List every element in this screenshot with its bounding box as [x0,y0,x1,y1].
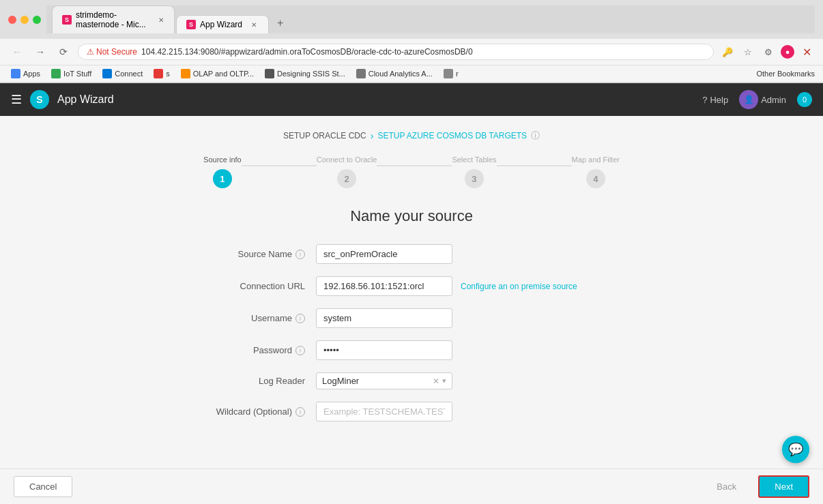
step-number-1: 1 [220,174,225,184]
breadcrumb-step1: SETUP ORACLE CDC [283,131,366,140]
step-map-filter: Map and Filter 4 [572,155,620,188]
log-reader-select[interactable]: LogMiner ✕ ▾ [316,372,452,389]
maximize-window-button[interactable] [33,16,41,24]
tab-label-appwizard: App Wizard [200,20,242,29]
warning-icon: ⚠ [87,47,94,57]
bookmark-icon [11,69,20,78]
step-circle-4: 4 [586,169,605,188]
help-label: Help [710,95,728,105]
admin-button[interactable]: 👤 Admin [739,90,786,109]
new-tab-button[interactable]: + [270,13,290,33]
breadcrumb: SETUP ORACLE CDC › SETUP AZURE COSMOS DB… [14,130,809,142]
bookmark-iot[interactable]: IoT Stuff [48,68,94,80]
username-label: Username i [207,313,316,323]
tab-close-strimdemo[interactable]: ✕ [158,15,165,25]
back-button[interactable]: Back [702,477,751,496]
forward-nav-button[interactable]: → [31,43,49,61]
bookmark-connect[interactable]: Connect [100,68,145,80]
log-reader-value: LogMiner [322,376,430,386]
connection-url-input[interactable] [316,276,452,296]
wildcard-label: Wildcard (Optional) i [207,406,316,417]
wildcard-row: Wildcard (Optional) i [207,402,616,421]
breadcrumb-arrow: › [371,130,374,141]
chat-icon: 💬 [788,442,803,457]
breadcrumb-info-icon[interactable]: ⓘ [531,130,540,142]
step-select-tables: Select Tables 3 [452,155,496,188]
help-button[interactable]: ? Help [702,95,728,105]
reload-button[interactable]: ⟳ [55,43,72,61]
form-container: Name your source Source Name i Connectio… [207,207,616,421]
log-reader-clear-icon[interactable]: ✕ [433,376,439,386]
app-logo: S [30,90,49,109]
bookmark-icon [102,69,112,78]
main-content: SETUP ORACLE CDC › SETUP AZURE COSMOS DB… [0,116,823,469]
username-input[interactable] [316,308,452,328]
admin-label: Admin [761,95,786,105]
bookmark-s[interactable]: s [151,68,173,80]
step-line-3 [497,165,572,166]
chat-bubble-button[interactable]: 💬 [782,436,809,463]
form-title: Name your source [207,207,616,225]
step-label-1: Source info [203,155,242,164]
not-secure-label: Not Secure [96,47,137,57]
notification-badge[interactable]: 0 [797,92,812,107]
bookmark-icon [154,69,163,78]
step-circle-2: 2 [337,169,356,188]
tab-strimdemo[interactable]: S strimdemo-masternode - Mic... ✕ [52,5,175,33]
help-icon: ? [702,95,707,105]
source-name-label: Source Name i [207,249,316,259]
address-bar[interactable]: ⚠ Not Secure 104.42.215.134:9080/#appwiz… [78,44,714,60]
bookmark-label: OLAP and OLTP... [193,70,254,78]
log-reader-dropdown-icon[interactable]: ▾ [442,376,446,385]
tab-appwizard[interactable]: S App Wizard ✕ [176,15,269,33]
close-icon[interactable]: ✕ [798,44,815,60]
wildcard-info-icon[interactable]: i [295,407,305,417]
bookmark-icon [356,69,366,78]
close-window-button[interactable] [8,16,16,24]
wildcard-input[interactable] [316,402,452,421]
bookmark-label: r [456,70,459,78]
back-nav-button[interactable]: ← [8,43,26,61]
tab-label-strimdemo: strimdemo-masternode - Mic... [76,10,151,29]
bookmark-icon [265,69,274,78]
step-line-2 [377,165,452,166]
address-text: 104.42.215.134:9080/#appwizard/admin.ora… [141,47,705,57]
username-row: Username i [207,308,616,328]
browser-menu-icon[interactable]: ● [781,45,794,59]
source-name-input[interactable] [316,244,452,264]
tab-favicon-strimdemo: S [62,15,72,25]
bookmark-label: s [166,70,170,78]
password-input[interactable] [316,340,452,360]
step-line-1 [242,165,317,166]
tab-close-appwizard[interactable]: ✕ [249,20,259,29]
bookmark-ssis[interactable]: Designing SSIS St... [262,68,348,80]
key-icon[interactable]: 🔑 [719,44,736,60]
password-info-icon[interactable]: i [295,346,305,355]
cancel-button[interactable]: Cancel [14,476,72,497]
breadcrumb-step2: SETUP AZURE COSMOS DB TARGETS [377,131,527,140]
password-label: Password i [207,345,316,355]
bookmark-olap[interactable]: OLAP and OLTP... [178,68,257,80]
hamburger-menu-button[interactable]: ☰ [11,92,22,107]
app-title: App Wizard [57,93,114,106]
connection-url-label: Connection URL [207,281,316,291]
extensions-icon[interactable]: ⚙ [760,44,777,60]
bookmark-apps[interactable]: Apps [8,68,43,80]
not-secure-indicator: ⚠ Not Secure [87,47,137,57]
configure-on-premise-link[interactable]: Configure an on premise source [461,282,577,291]
username-info-icon[interactable]: i [295,314,305,323]
minimize-window-button[interactable] [20,16,29,24]
stepper: Source info 1 Connect to Oracle 2 Select… [14,155,809,188]
other-bookmarks[interactable]: Other Bookmarks [756,70,815,78]
step-source-info: Source info 1 [203,155,242,188]
bookmark-r[interactable]: r [441,68,461,80]
bottom-bar: Cancel Back Next [0,469,823,504]
bookmark-icon [181,69,190,78]
tab-favicon-appwizard: S [186,20,196,29]
bookmark-label: Connect [115,70,143,78]
next-button[interactable]: Next [758,475,809,498]
source-name-info-icon[interactable]: i [295,250,305,259]
bookmark-label: Designing SSIS St... [277,70,345,78]
bookmark-star-icon[interactable]: ☆ [740,44,756,60]
bookmark-cloud[interactable]: Cloud Analytics A... [353,68,435,80]
